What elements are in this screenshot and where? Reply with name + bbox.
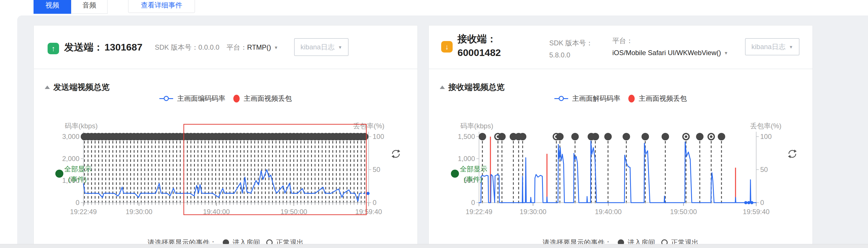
sender-legend: 主画面编码码率 主画面视频丢包 [34, 94, 417, 103]
horizontal-scrollbar[interactable] [0, 244, 868, 248]
svg-text:1,000: 1,000 [458, 155, 475, 162]
receiver-kibana-log-button[interactable]: kibana日志 ▼ [745, 38, 800, 55]
svg-text:19:22:49: 19:22:49 [70, 208, 97, 216]
svg-text:2,000: 2,000 [62, 155, 80, 162]
legend-loss-label: 主画面视频丢包 [639, 94, 687, 103]
legend-bitrate[interactable]: 主画面解码码率 [554, 94, 620, 103]
platform-value: iOS/Mobile Safari UI/WKWebView() [612, 49, 721, 57]
download-arrow-icon: ↓ [441, 41, 453, 53]
receiver-platform-dropdown[interactable]: 平台： iOS/Mobile Safari UI/WKWebView()▼ [612, 35, 728, 59]
svg-text:100: 100 [760, 133, 772, 140]
show-all-events-label[interactable]: 全部显示 (事件) [460, 164, 487, 185]
platform-label: 平台： [226, 43, 247, 51]
platform-value: RTMP() [247, 43, 271, 51]
svg-text:0: 0 [471, 199, 475, 206]
line-marker-icon [554, 98, 568, 99]
legend-loss[interactable]: 主画面视频丢包 [233, 94, 292, 103]
legend-bitrate-label: 主画面编码码率 [177, 94, 225, 103]
line-marker-icon [159, 98, 173, 99]
sender-role-line: 发送端： 1301687 [64, 41, 143, 54]
chevron-down-icon: ▼ [274, 45, 278, 50]
legend-bitrate[interactable]: 主画面编码码率 [159, 94, 225, 103]
svg-text:50: 50 [760, 166, 768, 173]
svg-text:50: 50 [373, 166, 380, 173]
collapse-up-icon [440, 86, 445, 89]
svg-text:丢包率(%): 丢包率(%) [353, 122, 384, 130]
red-dot-icon [233, 95, 240, 103]
sender-overview-title: 发送端视频总览 [53, 82, 110, 93]
sender-kibana-log-button[interactable]: kibana日志 ▼ [294, 38, 348, 56]
svg-text:0: 0 [373, 199, 376, 206]
svg-text:19:50:00: 19:50:00 [670, 208, 697, 216]
sdk-value: 5.8.0.0 [549, 49, 593, 61]
sender-user-id: 1301687 [104, 42, 142, 53]
receiver-role-block: 接收端： 60001482 [458, 32, 501, 59]
kibana-label: kibana日志 [301, 43, 335, 52]
receiver-overview-title: 接收端视频总览 [448, 82, 504, 93]
svg-text:100: 100 [373, 133, 384, 140]
svg-text:码率(kbps): 码率(kbps) [65, 122, 98, 130]
tab-audio[interactable]: 音频 [71, 0, 107, 14]
refresh-icon[interactable] [787, 148, 798, 159]
refresh-icon[interactable] [391, 148, 401, 159]
receiver-role-label: 接收端： [458, 32, 501, 46]
show-all-events-dot[interactable] [55, 170, 63, 178]
svg-text:19:40:00: 19:40:00 [595, 208, 621, 216]
sdk-label: SDK 版本号： [155, 43, 198, 51]
show-all-line1: 全部显示 [460, 164, 487, 174]
svg-text:1,500: 1,500 [458, 133, 475, 140]
show-all-events-dot[interactable] [451, 170, 459, 178]
chevron-down-icon: ▼ [338, 45, 342, 50]
sender-card: ↑ 发送端： 1301687 SDK 版本号：0.0.0.0 平台：RTMP()… [34, 25, 418, 248]
red-dot-icon [628, 95, 635, 103]
svg-text:3,000: 3,000 [62, 133, 80, 140]
receiver-overview-title-row[interactable]: 接收端视频总览 [440, 82, 504, 93]
receiver-legend: 主画面解码码率 主画面视频丢包 [429, 94, 812, 103]
upload-arrow-icon: ↑ [48, 43, 59, 54]
platform-label: 平台： [612, 35, 728, 47]
receiver-sdk-version: SDK 版本号： 5.8.0.0 [549, 37, 593, 61]
tab-video[interactable]: 视频 [34, 0, 71, 14]
svg-text:19:22:49: 19:22:49 [466, 208, 492, 216]
page: 视频 音频 查看详细事件 ↑ 发送端： 1301687 SDK 版本号：0.0.… [0, 0, 868, 248]
sender-platform-dropdown[interactable]: 平台：RTMP()▼ [226, 43, 278, 52]
svg-text:19:59:40: 19:59:40 [743, 208, 769, 216]
receiver-card: ↓ 接收端： 60001482 SDK 版本号： 5.8.0.0 平台： iOS… [429, 25, 813, 248]
svg-text:19:30:00: 19:30:00 [520, 208, 546, 216]
sender-sdk-version: SDK 版本号：0.0.0.0 [155, 43, 219, 52]
chevron-down-icon: ▼ [724, 47, 728, 59]
show-all-line2: (事件) [64, 174, 92, 185]
svg-text:19:30:00: 19:30:00 [126, 208, 152, 216]
svg-text:丢包率(%): 丢包率(%) [750, 122, 781, 130]
show-all-line1: 全部显示 [64, 164, 92, 174]
svg-text:0: 0 [760, 199, 764, 206]
legend-loss[interactable]: 主画面视频丢包 [628, 94, 687, 103]
sender-overview-title-row[interactable]: 发送端视频总览 [45, 82, 110, 93]
chevron-down-icon: ▼ [789, 45, 793, 49]
show-all-events-label[interactable]: 全部显示 (事件) [64, 164, 92, 185]
sender-role-label: 发送端： [64, 42, 103, 53]
legend-loss-label: 主画面视频丢包 [244, 94, 292, 103]
sdk-value: 0.0.0.0 [198, 43, 219, 51]
collapse-up-icon [45, 86, 50, 89]
receiver-header: ↓ 接收端： 60001482 SDK 版本号： 5.8.0.0 平台： iOS… [429, 26, 812, 69]
show-all-line2: (事件) [460, 174, 487, 185]
svg-text:0: 0 [76, 199, 80, 206]
sender-header: ↑ 发送端： 1301687 SDK 版本号：0.0.0.0 平台：RTMP()… [34, 26, 417, 69]
receiver-user-id: 60001482 [458, 46, 501, 59]
svg-text:码率(kbps): 码率(kbps) [460, 122, 493, 130]
legend-bitrate-label: 主画面解码码率 [572, 94, 620, 103]
kibana-label: kibana日志 [751, 42, 785, 51]
sdk-label: SDK 版本号： [549, 37, 593, 49]
view-detail-events-button[interactable]: 查看详细事件 [128, 0, 195, 13]
